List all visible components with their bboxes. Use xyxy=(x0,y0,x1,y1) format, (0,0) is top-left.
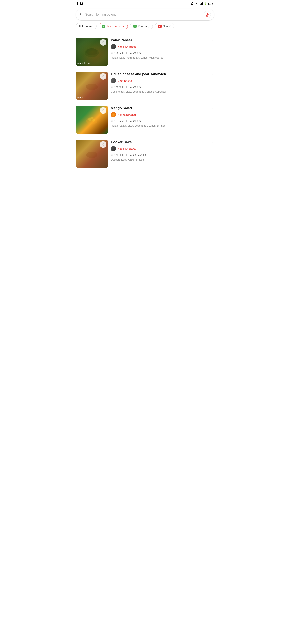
filter-chip-2-close[interactable]: ✕ xyxy=(122,25,124,28)
grilled-rating: ☆ 4.0 (0.5k+) xyxy=(111,85,127,88)
grilled-rating-row: ☆ 4.0 (0.5k+) ⊙ 20mins xyxy=(111,85,214,88)
recipe-card-mango-salad: ♡ Mango Salad Ashna Singhal ☆ 4.7 (1.0k+… xyxy=(73,103,217,137)
cooker-rating: ☆ 4.5 (4.5k+) xyxy=(111,153,127,156)
palak-rating-row: ☆ 4.3 (1.6k+) ⊙ 30mins xyxy=(111,51,214,54)
wifi-icon xyxy=(195,2,198,6)
svg-point-14 xyxy=(86,152,98,158)
filter-chip-4[interactable]: ▲ Non V xyxy=(155,23,174,30)
filter-chip-3[interactable]: ● Pure Veg xyxy=(130,23,153,30)
mango-title: Mango Salad xyxy=(111,106,214,110)
svg-point-12 xyxy=(92,119,95,122)
grilled-info: Grilled cheese and pear sandwich Chef Sn… xyxy=(111,72,214,94)
filter-chip-1[interactable]: Filter name xyxy=(76,23,97,30)
palak-time-value: 30mins xyxy=(133,51,141,54)
cooker-kabir-avatar xyxy=(111,146,116,151)
svg-line-0 xyxy=(191,2,194,6)
recipe-image-cooker[interactable]: ♡ xyxy=(76,140,108,168)
filter-row: Filter name ✓ Filter name ✕ ● Pure Veg ▲… xyxy=(73,23,217,32)
mic-button[interactable] xyxy=(204,11,211,18)
mango-rating-value: 4.7 (1.0k+) xyxy=(114,119,127,122)
search-container: Search by [ingredient] xyxy=(73,7,217,23)
favorite-grilled-button[interactable]: ♡ xyxy=(100,73,106,80)
filter-chip-4-label: Non V xyxy=(163,24,171,28)
filter-chip-2-label: Filter name xyxy=(107,24,121,28)
mango-time-value: 15mins xyxy=(133,119,141,122)
sneha-avatar xyxy=(111,78,116,83)
palak-rating: ☆ 4.3 (1.6k+) xyxy=(111,51,127,54)
mango-chef-name[interactable]: Ashna Singhal xyxy=(118,113,136,116)
mango-tags: Indian, Salad, Easy, Vegetarian, Lunch, … xyxy=(111,124,214,128)
ashna-avatar xyxy=(111,112,116,117)
svg-point-9 xyxy=(86,84,98,90)
heart-icon-cooker: ♡ xyxy=(102,143,105,146)
favorite-cooker-button[interactable]: ♡ xyxy=(100,141,106,148)
cooker-rating-row: ☆ 4.5 (4.5k+) ⊙ 1 hr 20mins xyxy=(111,153,214,156)
search-bar[interactable]: Search by [ingredient] xyxy=(76,9,214,20)
mango-time: ⊙ 15mins xyxy=(130,119,141,122)
grilled-clock-icon: ⊙ xyxy=(130,85,132,88)
mango-chef-row: Ashna Singhal xyxy=(111,112,214,117)
cooker-title: Cooker Cake xyxy=(111,140,214,144)
palak-chef-row: Kabir Khurana xyxy=(111,44,214,49)
favorite-palak-paneer-button[interactable]: ♡ xyxy=(100,39,106,46)
palak-tags: Indian, Easy, Vegetarian, Lunch, Main co… xyxy=(111,56,214,60)
grilled-rating-value: 4.0 (0.5k+) xyxy=(114,85,127,88)
search-placeholder[interactable]: Search by [ingredient] xyxy=(85,13,204,16)
back-icon[interactable] xyxy=(79,12,83,17)
grilled-chef-name[interactable]: Chef Sneha xyxy=(118,79,132,82)
heart-icon-grilled: ♡ xyxy=(102,75,105,78)
palak-time: ⊙ 30mins xyxy=(130,51,141,54)
recipe-list: ♡ semi | riku Palak Paneer Kabir Khurana… xyxy=(73,33,217,172)
status-bar: 1:32 🔋 55% xyxy=(73,0,217,7)
kabir-avatar xyxy=(111,44,116,49)
palak-rating-value: 4.3 (1.6k+) xyxy=(114,51,127,54)
palak-paneer-title: Palak Paneer xyxy=(111,38,214,42)
cooker-time: ⊙ 1 hr 20mins xyxy=(130,153,147,156)
recipe-image-mango[interactable]: ♡ xyxy=(76,106,108,134)
svg-rect-2 xyxy=(200,4,201,5)
grilled-more-button[interactable]: ⋮ xyxy=(209,72,215,77)
mango-rating: ☆ 4.7 (1.0k+) xyxy=(111,119,127,122)
recipe-image-palak-paneer[interactable]: ♡ semi | riku xyxy=(76,38,108,66)
green-dot-icon: ✓ xyxy=(102,24,105,28)
battery-percent: 55% xyxy=(208,2,213,6)
mango-info: Mango Salad Ashna Singhal ☆ 4.7 (1.0k+) … xyxy=(111,106,214,128)
bell-mute-icon xyxy=(190,2,194,6)
palak-clock-icon: ⊙ xyxy=(130,51,132,54)
mango-more-button[interactable]: ⋮ xyxy=(209,106,215,111)
cooker-more-button[interactable]: ⋮ xyxy=(209,140,215,145)
recipe-card-cooker-cake: ♡ Cooker Cake Kabir Khurana ☆ 4.5 (4.5k+… xyxy=(73,137,217,171)
recipe-image-grilled[interactable]: ♡ semi xyxy=(76,72,108,100)
non-veg-icon: ▲ xyxy=(158,24,161,28)
filter-chip-1-label: Filter name xyxy=(79,24,93,28)
palak-star-icon: ☆ xyxy=(111,51,113,54)
grilled-time: ⊙ 20mins xyxy=(130,85,141,88)
palak-image-label: semi | riku xyxy=(77,62,90,64)
cooker-time-value: 1 hr 20mins xyxy=(133,153,147,156)
cooker-clock-icon: ⊙ xyxy=(130,153,132,156)
cooker-chef-name[interactable]: Kabir Khurana xyxy=(118,147,136,150)
palak-paneer-info: Palak Paneer Kabir Khurana ☆ 4.3 (1.6k+)… xyxy=(111,38,214,60)
cooker-rating-value: 4.5 (4.5k+) xyxy=(114,153,127,156)
favorite-mango-button[interactable]: ♡ xyxy=(100,107,106,114)
palak-more-button[interactable]: ⋮ xyxy=(209,38,215,43)
status-time: 1:32 xyxy=(77,2,83,6)
palak-chef-name[interactable]: Kabir Khurana xyxy=(118,45,136,48)
filter-chip-3-label: Pure Veg xyxy=(138,24,149,28)
recipe-card-palak-paneer: ♡ semi | riku Palak Paneer Kabir Khurana… xyxy=(73,35,217,69)
heart-icon-mango: ♡ xyxy=(102,109,105,112)
cooker-info: Cooker Cake Kabir Khurana ☆ 4.5 (4.5k+) … xyxy=(111,140,214,162)
svg-rect-1 xyxy=(200,4,200,5)
svg-rect-3 xyxy=(201,3,202,5)
svg-point-13 xyxy=(91,117,93,119)
mango-star-icon: ☆ xyxy=(111,119,113,122)
mango-clock-icon: ⊙ xyxy=(130,119,132,122)
status-icons: 🔋 55% xyxy=(190,2,213,6)
grilled-title: Grilled cheese and pear sandwich xyxy=(111,72,214,76)
heart-icon-palak: ♡ xyxy=(102,41,105,44)
filter-chip-2[interactable]: ✓ Filter name ✕ xyxy=(99,23,128,30)
recipe-card-grilled-cheese: ♡ semi Grilled cheese and pear sandwich … xyxy=(73,69,217,103)
cooker-tags: Dessert, Easy, Cake, Snacks, xyxy=(111,158,214,162)
signal-icon xyxy=(199,2,203,6)
grilled-tags: Continental, Easy, Vegetarian, Snack, Ap… xyxy=(111,90,214,94)
